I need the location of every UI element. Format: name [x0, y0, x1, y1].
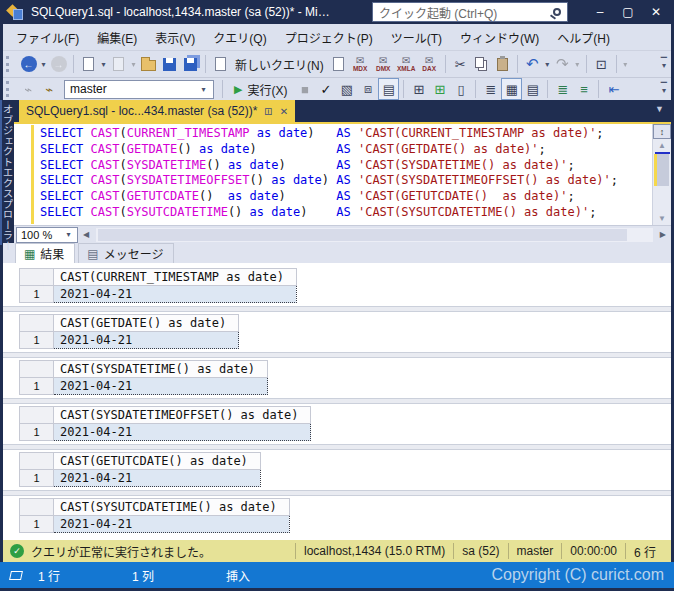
menu-edit[interactable]: 編集(E): [88, 25, 146, 50]
minimize-button[interactable]: –: [586, 2, 614, 22]
database-engine-query-icon[interactable]: [328, 53, 349, 75]
pin-icon[interactable]: ⊟: [263, 107, 274, 115]
save-all-icon[interactable]: [180, 53, 201, 75]
document-tab[interactable]: SQLQuery1.sql - loc...434.master (sa (52…: [19, 100, 295, 122]
new-project-icon[interactable]: [78, 53, 99, 75]
grid-corner[interactable]: [20, 361, 54, 378]
row-number[interactable]: 1: [20, 378, 54, 395]
splitter-handle[interactable]: ↕: [653, 124, 671, 139]
menu-view[interactable]: 表示(V): [146, 25, 204, 50]
row-number[interactable]: 1: [20, 424, 54, 441]
horizontal-scrollbar[interactable]: [96, 228, 653, 242]
result-cell[interactable]: 2021-04-21: [54, 516, 290, 533]
toolbar-grip[interactable]: [6, 81, 13, 97]
mdx-query-icon[interactable]: ✉MDX: [349, 53, 372, 75]
paste-icon[interactable]: [492, 53, 513, 75]
undo-icon[interactable]: ↶: [522, 53, 543, 75]
grid-corner[interactable]: [20, 453, 54, 470]
horizontal-scrollbar-thumb[interactable]: [98, 229, 627, 241]
parse-icon[interactable]: ✓: [315, 78, 336, 100]
row-number[interactable]: 1: [20, 286, 54, 303]
cut-icon[interactable]: ✂: [450, 53, 471, 75]
grid-corner[interactable]: [20, 269, 54, 286]
column-header[interactable]: CAST(SYSDATETIMEOFFSET() as date): [54, 407, 311, 424]
redo-icon[interactable]: ↷: [552, 53, 573, 75]
vertical-scrollbar[interactable]: ↕ ▲ ▼: [652, 124, 671, 225]
find-in-files-icon[interactable]: ⊡: [591, 53, 612, 75]
estimated-plan-icon[interactable]: ▧: [336, 78, 357, 100]
column-header[interactable]: CAST(GETDATE() as date): [54, 315, 239, 332]
column-header[interactable]: CAST(SYSDATETIME() as date): [54, 361, 268, 378]
redo-dropdown-icon[interactable]: ▾: [573, 60, 582, 69]
row-number[interactable]: 1: [20, 332, 54, 349]
menu-query[interactable]: クエリ(Q): [204, 25, 275, 50]
results-to-grid-icon[interactable]: ▦: [501, 78, 522, 100]
toolbar-overflow-icon[interactable]: ▔▾: [661, 85, 667, 93]
menu-tools[interactable]: ツール(T): [382, 25, 451, 50]
scroll-down-icon[interactable]: ▼: [658, 212, 666, 225]
live-query-stats-icon[interactable]: ▤: [378, 78, 399, 100]
dax-query-icon[interactable]: ✉DAX: [418, 53, 441, 75]
result-cell[interactable]: 2021-04-21: [54, 332, 239, 349]
connect-icon[interactable]: ⌁: [18, 78, 39, 100]
scrollbar-thumb[interactable]: [656, 154, 669, 186]
uncomment-lines-icon[interactable]: ≡: [573, 78, 594, 100]
grid-corner[interactable]: [20, 315, 54, 332]
change-connection-icon[interactable]: ⌁: [39, 78, 60, 100]
column-header[interactable]: CAST(CURRENT_TIMESTAMP as date): [54, 269, 297, 286]
xmla-query-icon[interactable]: ✉XMLA: [395, 53, 418, 75]
comment-lines-icon[interactable]: ≣: [552, 78, 573, 100]
tab-results[interactable]: ▦ 結果: [15, 243, 75, 263]
scroll-left-icon[interactable]: ◀: [78, 230, 94, 239]
toolbar-overflow-icon[interactable]: ▔▾: [661, 60, 667, 68]
scroll-right-icon[interactable]: ▶: [655, 230, 671, 239]
code-line[interactable]: SELECT CAST(SYSUTCDATETIME() as date) AS…: [40, 205, 652, 221]
navigate-back-dropdown-icon[interactable]: ▾: [39, 60, 48, 69]
copy-icon[interactable]: [471, 53, 492, 75]
include-actual-plan-icon[interactable]: ⊞: [429, 78, 450, 100]
menu-project[interactable]: プロジェクト(P): [276, 25, 382, 50]
new-query-button[interactable]: 新しいクエリ(N): [231, 56, 328, 73]
client-statistics-icon[interactable]: ▯: [450, 78, 471, 100]
new-query-icon[interactable]: [210, 53, 231, 75]
cancel-query-icon[interactable]: ■: [294, 78, 315, 100]
decrease-indent-icon[interactable]: ⇤: [603, 78, 624, 100]
zoom-combobox[interactable]: 100 % ▾: [16, 227, 78, 243]
result-cell[interactable]: 2021-04-21: [54, 286, 297, 303]
code-line[interactable]: SELECT CAST(CURRENT_TIMESTAMP as date) A…: [40, 126, 652, 142]
code-line[interactable]: SELECT CAST(SYSDATETIMEOFFSET() as date)…: [40, 173, 652, 189]
maximize-button[interactable]: ▢: [614, 2, 642, 22]
undo-dropdown-icon[interactable]: ▾: [543, 60, 552, 69]
toolbar-grip[interactable]: [6, 56, 13, 72]
row-number[interactable]: 1: [20, 516, 54, 533]
row-number[interactable]: 1: [20, 470, 54, 487]
menu-file[interactable]: ファイル(F): [7, 25, 88, 50]
scroll-up-icon[interactable]: ▲: [658, 139, 666, 152]
grid-corner[interactable]: [20, 407, 54, 424]
object-explorer-tab[interactable]: オブジェクトエクスプローラー: [0, 100, 14, 245]
code-line[interactable]: SELECT CAST(GETUTCDATE() as date) AS 'CA…: [40, 189, 652, 205]
tab-messages[interactable]: ▤ メッセージ: [78, 243, 174, 263]
document-list-dropdown-icon[interactable]: ▼: [655, 104, 664, 114]
grid-corner[interactable]: [20, 499, 54, 516]
add-item-dropdown-icon[interactable]: ▾: [129, 60, 138, 69]
code-line[interactable]: SELECT CAST(GETDATE() as date) AS 'CAST(…: [40, 142, 652, 158]
selection-margin[interactable]: [14, 124, 31, 225]
query-options-icon[interactable]: ⧈: [357, 78, 378, 100]
results-to-text-icon[interactable]: ≣: [480, 78, 501, 100]
specify-template-values-icon[interactable]: ⊞: [408, 78, 429, 100]
save-icon[interactable]: [159, 53, 180, 75]
open-file-icon[interactable]: [138, 53, 159, 75]
sql-editor[interactable]: SELECT CAST(CURRENT_TIMESTAMP as date) A…: [14, 122, 671, 225]
close-tab-icon[interactable]: ✕: [280, 106, 288, 117]
quick-launch-input[interactable]: クイック起動 (Ctrl+Q): [372, 2, 568, 22]
code-line[interactable]: SELECT CAST(SYSDATETIME() as date) AS 'C…: [40, 158, 652, 174]
dmx-query-icon[interactable]: ✉DMX: [372, 53, 395, 75]
result-cell[interactable]: 2021-04-21: [54, 378, 268, 395]
navigate-back-icon[interactable]: ←: [18, 53, 39, 75]
code-area[interactable]: SELECT CAST(CURRENT_TIMESTAMP as date) A…: [34, 124, 652, 225]
navigate-forward-icon[interactable]: →: [48, 53, 69, 75]
result-cell[interactable]: 2021-04-21: [54, 424, 311, 441]
new-project-dropdown-icon[interactable]: ▾: [99, 60, 108, 69]
menu-window[interactable]: ウィンドウ(W): [451, 25, 548, 50]
